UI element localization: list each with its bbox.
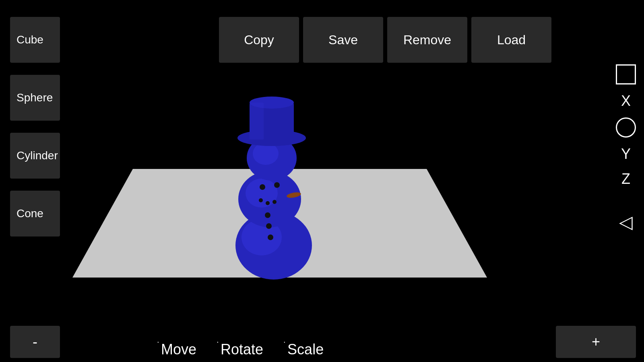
- sphere-label: Sphere: [17, 91, 53, 104]
- top-toolbar: Copy Save Remove Load: [219, 17, 551, 63]
- cylinder-label: Cylinder: [17, 149, 58, 162]
- cube-button[interactable]: Cube: [10, 17, 60, 63]
- snowman-body-dot-3: [268, 234, 273, 240]
- snowman-body-dot-1: [265, 212, 270, 218]
- scene-svg: [64, 64, 576, 330]
- scale-label: Scale: [287, 341, 324, 358]
- snowman-mouth-3: [272, 200, 277, 204]
- hat-highlight: [250, 103, 264, 140]
- 3d-viewport[interactable]: [64, 64, 576, 330]
- plus-button[interactable]: +: [556, 326, 636, 358]
- back-button[interactable]: ◁: [619, 212, 633, 232]
- cylinder-button[interactable]: Cylinder: [10, 133, 60, 179]
- move-label: Move: [161, 341, 196, 358]
- save-label: Save: [328, 33, 358, 47]
- scene-canvas: [64, 64, 576, 330]
- minus-label: -: [33, 333, 37, 350]
- sphere-button[interactable]: Sphere: [10, 75, 60, 121]
- copy-button[interactable]: Copy: [219, 17, 299, 63]
- snowman-eye-left: [260, 184, 265, 190]
- scale-button[interactable]: Scale: [287, 341, 324, 358]
- copy-label: Copy: [244, 33, 274, 47]
- snowman-eye-right: [274, 182, 280, 188]
- z-axis-label: Z: [621, 171, 630, 187]
- move-button[interactable]: Move: [161, 341, 196, 358]
- remove-label: Remove: [403, 33, 451, 47]
- right-panel: X Y Z ◁: [616, 64, 636, 232]
- load-button[interactable]: Load: [471, 17, 551, 63]
- snowman-body-middle-highlight: [246, 179, 278, 208]
- y-axis-label: Y: [621, 146, 631, 162]
- cube-label: Cube: [17, 33, 43, 46]
- load-label: Load: [497, 33, 526, 47]
- x-axis-label: X: [621, 93, 631, 109]
- square-icon[interactable]: [616, 64, 636, 84]
- rotate-label: Rotate: [221, 341, 263, 358]
- circle-icon[interactable]: [616, 117, 636, 138]
- plus-label: +: [592, 333, 600, 350]
- minus-button[interactable]: -: [10, 326, 60, 358]
- save-button[interactable]: Save: [303, 17, 383, 63]
- shape-sidebar: Cube Sphere Cylinder Cone: [10, 17, 60, 237]
- cone-label: Cone: [17, 207, 43, 220]
- snowman-mouth-1: [259, 198, 263, 202]
- snowman-mouth-2: [266, 201, 270, 205]
- snowman-body-dot-2: [266, 223, 272, 229]
- remove-button[interactable]: Remove: [387, 17, 467, 63]
- cone-button[interactable]: Cone: [10, 191, 60, 237]
- transform-buttons: Move Rotate Scale: [161, 341, 324, 358]
- rotate-button[interactable]: Rotate: [221, 341, 263, 358]
